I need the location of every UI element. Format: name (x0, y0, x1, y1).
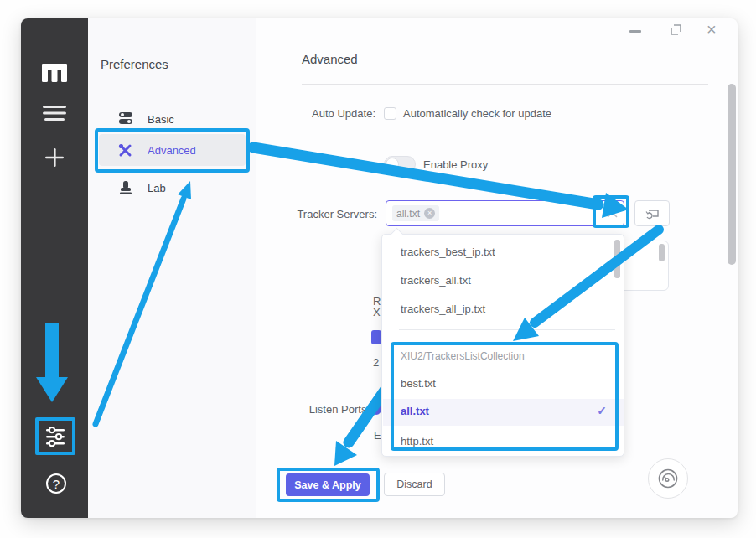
textarea-scrollbar[interactable] (659, 244, 665, 261)
bg-fragment-text: 2 (373, 356, 379, 369)
annotation-box-group (391, 342, 619, 451)
task-list-icon[interactable] (42, 105, 67, 122)
nav-item-label: Lab (148, 182, 166, 194)
dropdown-item[interactable]: trackers_best_ip.txt (401, 246, 495, 258)
title-divider (302, 84, 708, 85)
page-title: Advanced (302, 52, 358, 66)
help-icon[interactable]: ? (46, 473, 66, 494)
minimize-button[interactable] (629, 30, 641, 33)
auto-update-checkbox[interactable] (384, 107, 396, 120)
auto-update-label: Auto Update: (285, 107, 375, 120)
bg-fragment-chip (371, 403, 381, 415)
lab-stamp-icon (119, 180, 132, 195)
panel-title: Preferences (101, 57, 168, 71)
bg-fragment-text: X (373, 306, 381, 318)
basic-toggles-icon (118, 111, 133, 126)
proxy-toggle[interactable] (384, 156, 416, 173)
proxy-text: Enable Proxy (423, 158, 488, 171)
auto-update-text: Automatically check for update (403, 107, 551, 120)
dropdown-item[interactable]: trackers_all.txt (401, 274, 471, 287)
dropdown-item[interactable]: trackers_all_ip.txt (401, 303, 485, 315)
sync-trackers-button[interactable] (634, 200, 670, 226)
add-task-icon[interactable] (43, 146, 66, 169)
help-glyph: ? (53, 477, 60, 491)
discard-label: Discard (396, 479, 432, 490)
dropdown-scrollbar[interactable] (614, 240, 620, 278)
nav-item-lab[interactable]: Lab (99, 173, 246, 202)
maximize-button[interactable] (671, 24, 681, 35)
bg-fragment-text: E (374, 429, 381, 442)
listen-ports-label: Listen Ports: (281, 403, 370, 416)
annotation-box-advanced (95, 128, 250, 173)
preferences-panel: Preferences Basic Advanced (88, 18, 256, 518)
tag-remove-icon[interactable]: × (424, 208, 435, 219)
speed-limit-button[interactable] (648, 458, 688, 499)
selected-tag: all.txt × (392, 205, 439, 221)
nav-item-label: Basic (148, 113, 174, 126)
screenshot-root: ? Preferences Basic Advanced (0, 0, 756, 538)
annotation-box-chevron (593, 195, 629, 228)
bg-fragment-chip (371, 330, 381, 344)
proxy-label: Proxy: (285, 158, 375, 171)
tag-label: all.txt (396, 208, 420, 220)
dropdown-divider (399, 329, 615, 330)
close-button[interactable]: × (707, 20, 717, 39)
close-glyph: × (707, 20, 717, 39)
toggle-knob (386, 158, 399, 171)
annotation-box-save (277, 468, 380, 502)
dropdown-caret (391, 228, 404, 241)
motrix-logo-icon (41, 62, 68, 85)
tracker-select[interactable]: all.txt × (386, 200, 624, 226)
speedometer-icon (657, 468, 679, 489)
annotation-box-settings (35, 417, 75, 455)
discard-button[interactable]: Discard (384, 473, 445, 496)
main-scrollbar[interactable] (728, 84, 736, 265)
app-window: ? Preferences Basic Advanced (21, 18, 738, 518)
sync-icon (645, 207, 660, 220)
tracker-servers-label: Tracker Servers: (277, 208, 377, 220)
